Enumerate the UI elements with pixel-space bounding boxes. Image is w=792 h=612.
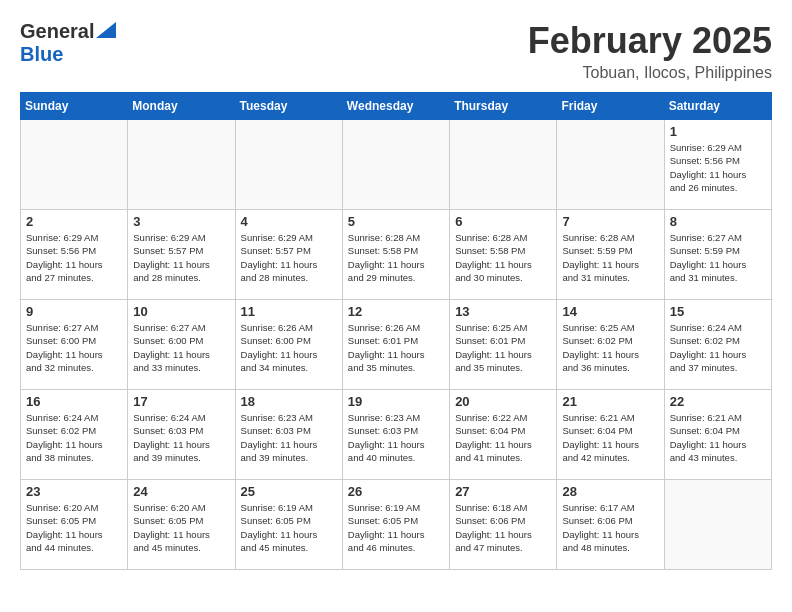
calendar-table: SundayMondayTuesdayWednesdayThursdayFrid… xyxy=(20,92,772,570)
calendar-cell: 16Sunrise: 6:24 AM Sunset: 6:02 PM Dayli… xyxy=(21,390,128,480)
month-title: February 2025 xyxy=(528,20,772,62)
day-info: Sunrise: 6:17 AM Sunset: 6:06 PM Dayligh… xyxy=(562,501,658,554)
calendar-cell: 11Sunrise: 6:26 AM Sunset: 6:00 PM Dayli… xyxy=(235,300,342,390)
day-number: 16 xyxy=(26,394,122,409)
day-info: Sunrise: 6:20 AM Sunset: 6:05 PM Dayligh… xyxy=(133,501,229,554)
day-info: Sunrise: 6:27 AM Sunset: 6:00 PM Dayligh… xyxy=(26,321,122,374)
calendar-cell xyxy=(664,480,771,570)
calendar-week-row: 1Sunrise: 6:29 AM Sunset: 5:56 PM Daylig… xyxy=(21,120,772,210)
day-number: 3 xyxy=(133,214,229,229)
day-header-wednesday: Wednesday xyxy=(342,93,449,120)
day-number: 9 xyxy=(26,304,122,319)
day-info: Sunrise: 6:28 AM Sunset: 5:58 PM Dayligh… xyxy=(455,231,551,284)
day-info: Sunrise: 6:27 AM Sunset: 6:00 PM Dayligh… xyxy=(133,321,229,374)
day-header-friday: Friday xyxy=(557,93,664,120)
calendar-cell: 10Sunrise: 6:27 AM Sunset: 6:00 PM Dayli… xyxy=(128,300,235,390)
day-info: Sunrise: 6:20 AM Sunset: 6:05 PM Dayligh… xyxy=(26,501,122,554)
calendar-cell: 9Sunrise: 6:27 AM Sunset: 6:00 PM Daylig… xyxy=(21,300,128,390)
day-info: Sunrise: 6:24 AM Sunset: 6:03 PM Dayligh… xyxy=(133,411,229,464)
day-info: Sunrise: 6:28 AM Sunset: 5:58 PM Dayligh… xyxy=(348,231,444,284)
calendar-cell xyxy=(450,120,557,210)
day-number: 20 xyxy=(455,394,551,409)
svg-marker-0 xyxy=(96,22,116,38)
calendar-cell: 2Sunrise: 6:29 AM Sunset: 5:56 PM Daylig… xyxy=(21,210,128,300)
calendar-cell: 5Sunrise: 6:28 AM Sunset: 5:58 PM Daylig… xyxy=(342,210,449,300)
day-info: Sunrise: 6:23 AM Sunset: 6:03 PM Dayligh… xyxy=(241,411,337,464)
day-number: 23 xyxy=(26,484,122,499)
day-info: Sunrise: 6:21 AM Sunset: 6:04 PM Dayligh… xyxy=(562,411,658,464)
day-number: 15 xyxy=(670,304,766,319)
day-number: 22 xyxy=(670,394,766,409)
calendar-cell: 25Sunrise: 6:19 AM Sunset: 6:05 PM Dayli… xyxy=(235,480,342,570)
day-number: 6 xyxy=(455,214,551,229)
calendar-cell: 1Sunrise: 6:29 AM Sunset: 5:56 PM Daylig… xyxy=(664,120,771,210)
day-number: 28 xyxy=(562,484,658,499)
day-info: Sunrise: 6:25 AM Sunset: 6:01 PM Dayligh… xyxy=(455,321,551,374)
calendar-cell xyxy=(21,120,128,210)
calendar-cell: 24Sunrise: 6:20 AM Sunset: 6:05 PM Dayli… xyxy=(128,480,235,570)
page-header: General Blue February 2025 Tobuan, Iloco… xyxy=(20,20,772,82)
day-info: Sunrise: 6:26 AM Sunset: 6:01 PM Dayligh… xyxy=(348,321,444,374)
calendar-cell: 3Sunrise: 6:29 AM Sunset: 5:57 PM Daylig… xyxy=(128,210,235,300)
logo-icon xyxy=(96,22,116,38)
calendar-cell: 17Sunrise: 6:24 AM Sunset: 6:03 PM Dayli… xyxy=(128,390,235,480)
day-info: Sunrise: 6:27 AM Sunset: 5:59 PM Dayligh… xyxy=(670,231,766,284)
calendar-cell: 7Sunrise: 6:28 AM Sunset: 5:59 PM Daylig… xyxy=(557,210,664,300)
day-info: Sunrise: 6:29 AM Sunset: 5:57 PM Dayligh… xyxy=(133,231,229,284)
day-number: 24 xyxy=(133,484,229,499)
day-header-monday: Monday xyxy=(128,93,235,120)
day-info: Sunrise: 6:21 AM Sunset: 6:04 PM Dayligh… xyxy=(670,411,766,464)
calendar-header-row: SundayMondayTuesdayWednesdayThursdayFrid… xyxy=(21,93,772,120)
day-number: 13 xyxy=(455,304,551,319)
day-info: Sunrise: 6:19 AM Sunset: 6:05 PM Dayligh… xyxy=(348,501,444,554)
logo-blue-text: Blue xyxy=(20,43,63,66)
logo-general-text: General xyxy=(20,20,94,43)
day-info: Sunrise: 6:22 AM Sunset: 6:04 PM Dayligh… xyxy=(455,411,551,464)
calendar-cell: 18Sunrise: 6:23 AM Sunset: 6:03 PM Dayli… xyxy=(235,390,342,480)
day-number: 10 xyxy=(133,304,229,319)
day-info: Sunrise: 6:29 AM Sunset: 5:57 PM Dayligh… xyxy=(241,231,337,284)
day-number: 8 xyxy=(670,214,766,229)
title-section: February 2025 Tobuan, Ilocos, Philippine… xyxy=(528,20,772,82)
day-number: 5 xyxy=(348,214,444,229)
day-header-saturday: Saturday xyxy=(664,93,771,120)
day-header-thursday: Thursday xyxy=(450,93,557,120)
day-header-tuesday: Tuesday xyxy=(235,93,342,120)
day-info: Sunrise: 6:18 AM Sunset: 6:06 PM Dayligh… xyxy=(455,501,551,554)
calendar-cell: 23Sunrise: 6:20 AM Sunset: 6:05 PM Dayli… xyxy=(21,480,128,570)
day-info: Sunrise: 6:24 AM Sunset: 6:02 PM Dayligh… xyxy=(26,411,122,464)
day-number: 2 xyxy=(26,214,122,229)
logo: General Blue xyxy=(20,20,116,66)
day-info: Sunrise: 6:28 AM Sunset: 5:59 PM Dayligh… xyxy=(562,231,658,284)
calendar-cell xyxy=(557,120,664,210)
location-text: Tobuan, Ilocos, Philippines xyxy=(528,64,772,82)
calendar-cell xyxy=(128,120,235,210)
day-info: Sunrise: 6:23 AM Sunset: 6:03 PM Dayligh… xyxy=(348,411,444,464)
day-number: 14 xyxy=(562,304,658,319)
day-number: 18 xyxy=(241,394,337,409)
calendar-cell: 8Sunrise: 6:27 AM Sunset: 5:59 PM Daylig… xyxy=(664,210,771,300)
day-info: Sunrise: 6:29 AM Sunset: 5:56 PM Dayligh… xyxy=(670,141,766,194)
calendar-cell: 28Sunrise: 6:17 AM Sunset: 6:06 PM Dayli… xyxy=(557,480,664,570)
calendar-cell: 21Sunrise: 6:21 AM Sunset: 6:04 PM Dayli… xyxy=(557,390,664,480)
day-header-sunday: Sunday xyxy=(21,93,128,120)
calendar-week-row: 16Sunrise: 6:24 AM Sunset: 6:02 PM Dayli… xyxy=(21,390,772,480)
day-number: 12 xyxy=(348,304,444,319)
day-number: 25 xyxy=(241,484,337,499)
calendar-cell xyxy=(235,120,342,210)
calendar-cell: 22Sunrise: 6:21 AM Sunset: 6:04 PM Dayli… xyxy=(664,390,771,480)
day-number: 7 xyxy=(562,214,658,229)
day-number: 26 xyxy=(348,484,444,499)
day-number: 4 xyxy=(241,214,337,229)
calendar-cell: 20Sunrise: 6:22 AM Sunset: 6:04 PM Dayli… xyxy=(450,390,557,480)
calendar-week-row: 9Sunrise: 6:27 AM Sunset: 6:00 PM Daylig… xyxy=(21,300,772,390)
calendar-cell: 4Sunrise: 6:29 AM Sunset: 5:57 PM Daylig… xyxy=(235,210,342,300)
calendar-cell: 14Sunrise: 6:25 AM Sunset: 6:02 PM Dayli… xyxy=(557,300,664,390)
day-number: 1 xyxy=(670,124,766,139)
calendar-cell: 6Sunrise: 6:28 AM Sunset: 5:58 PM Daylig… xyxy=(450,210,557,300)
day-info: Sunrise: 6:29 AM Sunset: 5:56 PM Dayligh… xyxy=(26,231,122,284)
calendar-cell: 19Sunrise: 6:23 AM Sunset: 6:03 PM Dayli… xyxy=(342,390,449,480)
day-info: Sunrise: 6:24 AM Sunset: 6:02 PM Dayligh… xyxy=(670,321,766,374)
calendar-cell: 12Sunrise: 6:26 AM Sunset: 6:01 PM Dayli… xyxy=(342,300,449,390)
day-number: 17 xyxy=(133,394,229,409)
